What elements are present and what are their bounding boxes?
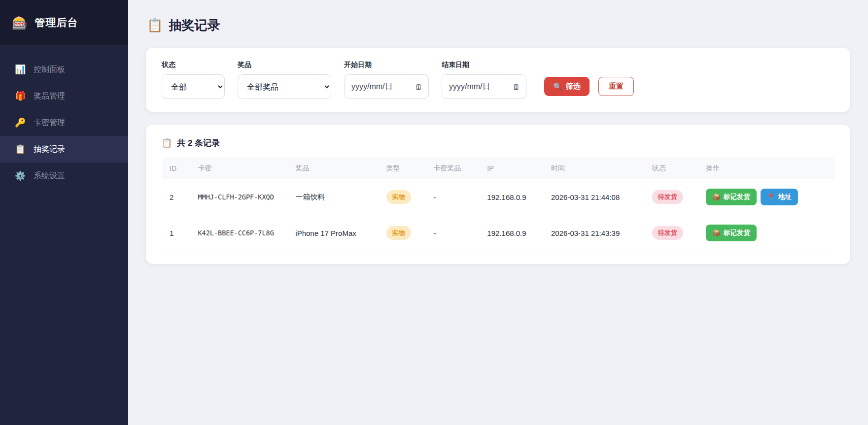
end-date-input[interactable] (442, 74, 526, 99)
cell-card-prize: - (427, 179, 481, 215)
sidebar-item-label: 控制面板 (34, 65, 65, 75)
mark-shipped-button[interactable]: 📦标记发货 (706, 189, 757, 205)
column-header-卡密奖品: 卡密奖品 (427, 158, 481, 179)
prize-filter-label: 奖品 (238, 61, 331, 69)
mark-shipped-button[interactable]: 📦标记发货 (706, 225, 757, 241)
records-summary: 📋 共 2 条记录 (162, 137, 834, 149)
end-date-group: 结束日期 🗓 (442, 61, 526, 99)
filter-bar: 状态 全部 奖品 全部奖品 开始日期 🗓 (162, 61, 834, 99)
sidebar-item-系统设置[interactable]: ⚙️系统设置 (0, 163, 128, 189)
records-table-body: 2MMHJ-CLFH-2GPF-KXQD一箱饮料实物-192.168.0.920… (162, 179, 834, 251)
cell-id: 2 (162, 179, 192, 215)
cell-prize: iPhone 17 ProMax (289, 215, 380, 251)
column-header-类型: 类型 (381, 158, 428, 179)
cell-time: 2026-03-31 21:43:39 (545, 215, 646, 251)
column-header-卡密: 卡密 (192, 158, 289, 179)
status-badge: 待发货 (652, 226, 683, 240)
status-filter-group: 状态 全部 (162, 61, 225, 99)
status-badge: 待发货 (652, 190, 683, 204)
clipboard-icon: 📋 (162, 138, 172, 148)
cell-card-prize: - (427, 215, 481, 251)
filter-actions: 🔍 筛选 重置 (544, 77, 634, 99)
sidebar: 🎰 管理后台 📊控制面板🎁奖品管理🔑卡密管理📋抽奖记录⚙️系统设置 (0, 0, 128, 425)
start-date-label: 开始日期 (344, 61, 429, 69)
cell-ip: 192.168.0.9 (481, 215, 545, 251)
prize-filter-group: 奖品 全部奖品 (238, 61, 331, 99)
clipboard-icon: 📋 (15, 144, 26, 155)
status-filter-select[interactable]: 全部 (162, 74, 225, 99)
column-header-时间: 时间 (545, 158, 646, 179)
sidebar-item-label: 卡密管理 (34, 118, 65, 128)
reset-button-label: 重置 (609, 82, 624, 91)
start-date-group: 开始日期 🗓 (344, 61, 429, 99)
app-logo: 🎰 管理后台 (0, 0, 128, 45)
column-header-奖品: 奖品 (289, 158, 380, 179)
action-button-label: 标记发货 (724, 193, 750, 201)
status-filter-label: 状态 (162, 61, 225, 69)
end-date-wrap: 🗓 (442, 74, 526, 99)
start-date-wrap: 🗓 (344, 74, 429, 99)
cell-ip: 192.168.0.9 (481, 179, 545, 215)
sidebar-item-控制面板[interactable]: 📊控制面板 (0, 56, 128, 83)
cell-type: 实物 (381, 179, 428, 215)
search-icon: 🔍 (553, 82, 562, 91)
start-date-input[interactable] (344, 74, 429, 99)
table-row: 2MMHJ-CLFH-2GPF-KXQD一箱饮料实物-192.168.0.920… (162, 179, 834, 215)
dashboard-icon: 📊 (15, 64, 26, 75)
package-icon: 📦 (712, 193, 721, 201)
action-button-label: 地址 (778, 193, 792, 201)
cell-card-key: K42L-BBEE-CC6P-7L8G (192, 215, 289, 251)
cell-type: 实物 (381, 215, 428, 251)
column-header-IP: IP (481, 158, 545, 179)
sidebar-item-奖品管理[interactable]: 🎁奖品管理 (0, 83, 128, 109)
cell-prize: 一箱饮料 (289, 179, 380, 215)
type-badge: 实物 (386, 226, 411, 240)
records-card: 📋 共 2 条记录 ID卡密奖品类型卡密奖品IP时间状态操作 2MMHJ-CLF… (146, 125, 850, 264)
sidebar-item-抽奖记录[interactable]: 📋抽奖记录 (0, 136, 128, 163)
cell-time: 2026-03-31 21:44:08 (545, 179, 646, 215)
sidebar-item-卡密管理[interactable]: 🔑卡密管理 (0, 109, 128, 136)
cell-actions: 📦标记发货📍地址 (700, 179, 834, 215)
main-content: 📋 抽奖记录 状态 全部 奖品 全部奖品 开始日 (128, 0, 868, 425)
column-header-状态: 状态 (646, 158, 700, 179)
sidebar-item-label: 抽奖记录 (34, 144, 65, 155)
records-header-row: ID卡密奖品类型卡密奖品IP时间状态操作 (162, 158, 834, 179)
sidebar-item-label: 系统设置 (34, 171, 65, 181)
records-table: ID卡密奖品类型卡密奖品IP时间状态操作 2MMHJ-CLFH-2GPF-KXQ… (162, 158, 834, 251)
column-header-操作: 操作 (700, 158, 834, 179)
records-table-head: ID卡密奖品类型卡密奖品IP时间状态操作 (162, 158, 834, 179)
cell-actions: 📦标记发货 (700, 215, 834, 251)
pin-icon: 📍 (767, 193, 775, 201)
sidebar-item-label: 奖品管理 (34, 91, 65, 101)
table-row: 1K42L-BBEE-CC6P-7L8GiPhone 17 ProMax实物-1… (162, 215, 834, 251)
reset-button[interactable]: 重置 (598, 77, 634, 96)
action-button-label: 标记发货 (724, 229, 750, 237)
package-icon: 📦 (712, 229, 721, 237)
filter-button[interactable]: 🔍 筛选 (544, 77, 590, 96)
column-header-ID: ID (162, 158, 192, 179)
cell-id: 1 (162, 215, 192, 251)
gear-icon: ⚙️ (15, 170, 26, 181)
cell-status: 待发货 (646, 179, 700, 215)
app-title: 管理后台 (35, 16, 78, 30)
page-title-text: 抽奖记录 (169, 17, 220, 34)
key-icon: 🔑 (15, 117, 26, 128)
gift-icon: 🎁 (15, 91, 26, 101)
type-badge: 实物 (386, 190, 411, 204)
app-window: 🎰 管理后台 📊控制面板🎁奖品管理🔑卡密管理📋抽奖记录⚙️系统设置 📋 抽奖记录… (0, 0, 868, 425)
filter-card: 状态 全部 奖品 全部奖品 开始日期 🗓 (146, 48, 850, 112)
end-date-label: 结束日期 (442, 61, 526, 69)
address-button[interactable]: 📍地址 (761, 189, 798, 205)
clipboard-icon: 📋 (147, 18, 163, 33)
records-summary-text: 共 2 条记录 (177, 137, 220, 149)
prize-filter-select[interactable]: 全部奖品 (238, 74, 331, 99)
slot-machine-icon: 🎰 (12, 16, 28, 29)
cell-card-key: MMHJ-CLFH-2GPF-KXQD (192, 179, 289, 215)
filter-button-label: 筛选 (566, 82, 581, 91)
page-title: 📋 抽奖记录 (147, 17, 850, 34)
sidebar-nav: 📊控制面板🎁奖品管理🔑卡密管理📋抽奖记录⚙️系统设置 (0, 45, 128, 189)
cell-status: 待发货 (646, 215, 700, 251)
